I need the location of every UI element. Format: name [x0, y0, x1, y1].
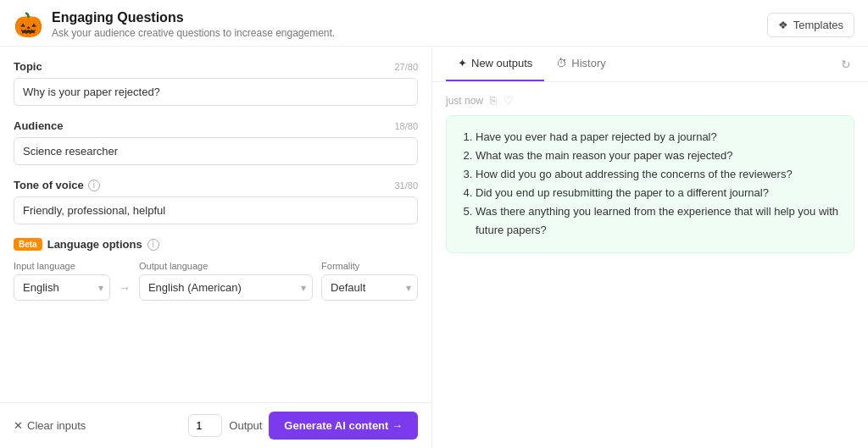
copy-icon[interactable]: ⎘: [490, 94, 497, 107]
result-list: Have you ever had a paper rejected by a …: [460, 128, 840, 241]
form-area: Topic 27/80 Audience 18/80 Tone of voice: [0, 47, 431, 402]
tabs-bar: ✦ New outputs ⏱ History ↻: [432, 47, 868, 82]
input-language-select-wrapper: English: [14, 274, 110, 301]
app-subtitle: Ask your audience creative questions to …: [52, 27, 335, 39]
topic-label-row: Topic 27/80: [14, 60, 418, 73]
language-section: Beta Language options i Input language E…: [14, 238, 418, 301]
timestamp: just now: [446, 95, 483, 107]
output-language-select[interactable]: English (American): [139, 274, 313, 301]
audience-label-row: Audience 18/80: [14, 119, 418, 132]
output-language-select-wrapper: English (American): [139, 274, 313, 301]
tab-history-label: History: [571, 57, 605, 69]
language-info-icon[interactable]: i: [147, 239, 159, 251]
tone-label: Tone of voice: [14, 179, 84, 191]
bookmark-icon[interactable]: ♡: [504, 94, 514, 107]
tab-new-outputs[interactable]: ✦ New outputs: [446, 47, 544, 81]
timestamp-row: just now ⎘ ♡: [446, 94, 854, 107]
close-icon: ✕: [14, 419, 23, 432]
tone-char-count: 31/80: [394, 180, 418, 191]
output-row: Output Generate AI content →: [188, 412, 418, 440]
formality-select[interactable]: Default: [321, 274, 418, 301]
refresh-icon[interactable]: ↻: [837, 54, 854, 75]
app-header: 🎃 Engaging Questions Ask your audience c…: [0, 0, 868, 47]
language-arrow: →: [119, 281, 131, 295]
audience-char-count: 18/80: [394, 121, 418, 131]
beta-badge: Beta: [14, 238, 42, 251]
app-logo: 🎃: [14, 11, 43, 39]
templates-icon: ❖: [778, 19, 788, 31]
main-layout: Topic 27/80 Audience 18/80 Tone of voice: [0, 47, 868, 448]
output-language-group: Output language English (American): [139, 261, 313, 301]
right-panel: ✦ New outputs ⏱ History ↻ just now ⎘ ♡ H…: [432, 47, 868, 448]
tab-history[interactable]: ⏱ History: [544, 47, 617, 81]
output-area: just now ⎘ ♡ Have you ever had a paper r…: [432, 82, 868, 448]
list-item: How did you go about addressing the conc…: [476, 165, 840, 184]
tabs: ✦ New outputs ⏱ History: [446, 47, 618, 81]
tone-label-row: Tone of voice i 31/80: [14, 179, 418, 191]
list-item: What was the main reason your paper was …: [476, 147, 840, 165]
language-header: Beta Language options i: [14, 238, 418, 251]
input-language-group: Input language English: [14, 261, 110, 301]
tone-info-icon[interactable]: i: [88, 180, 100, 191]
generate-button[interactable]: Generate AI content →: [269, 412, 418, 440]
topic-label: Topic: [14, 60, 42, 73]
formality-select-wrapper: Default: [321, 274, 418, 301]
header-left: 🎃 Engaging Questions Ask your audience c…: [14, 10, 335, 39]
audience-label: Audience: [14, 119, 64, 132]
input-language-select[interactable]: English: [14, 274, 110, 301]
tone-group: Tone of voice i 31/80: [14, 179, 418, 224]
language-section-label: Language options: [47, 238, 142, 251]
output-content: just now ⎘ ♡ Have you ever had a paper r…: [432, 82, 868, 265]
topic-input[interactable]: [14, 78, 418, 106]
output-language-label: Output language: [139, 261, 313, 271]
sparkle-icon: ✦: [458, 57, 467, 69]
app-title: Engaging Questions: [52, 10, 335, 25]
generate-label: Generate AI content →: [284, 419, 403, 432]
list-item: Have you ever had a paper rejected by a …: [476, 128, 840, 147]
tone-input[interactable]: [14, 196, 418, 224]
audience-input[interactable]: [14, 137, 418, 165]
topic-group: Topic 27/80: [14, 60, 418, 106]
footer: ✕ Clear inputs Output Generate AI conten…: [0, 402, 431, 448]
clock-icon: ⏱: [556, 57, 567, 69]
clear-inputs-button[interactable]: ✕ Clear inputs: [14, 419, 86, 432]
templates-button[interactable]: ❖ Templates: [767, 13, 854, 37]
formality-label: Formality: [321, 261, 418, 271]
templates-label: Templates: [793, 19, 843, 31]
left-panel: Topic 27/80 Audience 18/80 Tone of voice: [0, 47, 432, 448]
result-box: Have you ever had a paper rejected by a …: [446, 115, 854, 253]
language-row: Input language English → Output language: [14, 261, 418, 301]
topic-char-count: 27/80: [394, 62, 418, 72]
output-count-input[interactable]: [188, 414, 222, 437]
tab-new-outputs-label: New outputs: [471, 57, 532, 69]
list-item: Was there anything you learned from the …: [476, 202, 840, 240]
audience-group: Audience 18/80: [14, 119, 418, 165]
list-item: Did you end up resubmitting the paper to…: [476, 184, 840, 202]
formality-group: Formality Default: [321, 261, 418, 301]
clear-inputs-label: Clear inputs: [27, 419, 86, 432]
output-label: Output: [229, 419, 262, 432]
header-text: Engaging Questions Ask your audience cre…: [52, 10, 335, 39]
input-language-label: Input language: [14, 261, 110, 271]
